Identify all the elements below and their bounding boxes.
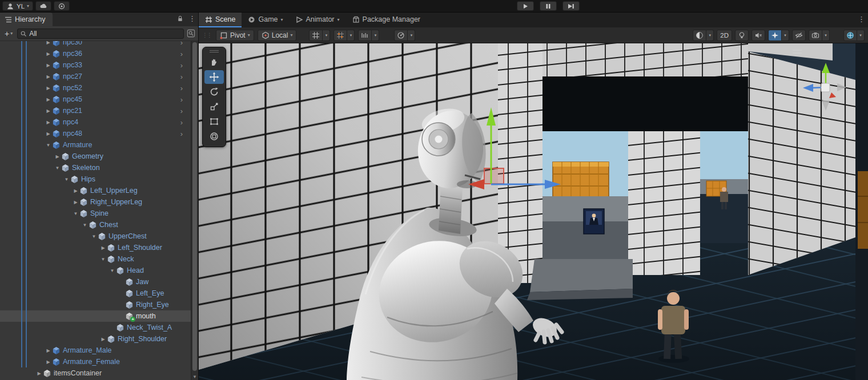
tool-transform[interactable] <box>204 130 224 143</box>
expand-arrow[interactable]: ▶ <box>45 131 52 136</box>
hierarchy-row-Hips[interactable]: ▼Hips <box>0 173 191 185</box>
hierarchy-row-Jaw[interactable]: Jaw <box>0 276 191 288</box>
hierarchy-row-Left_UpperLeg[interactable]: ▶Left_UpperLeg <box>0 185 191 196</box>
hierarchy-row-Left_Eye[interactable]: Left_Eye <box>0 288 191 299</box>
prefab-open-chevron[interactable]: › <box>180 95 183 104</box>
expand-arrow[interactable]: ▶ <box>45 359 52 365</box>
gizmo-center-cube[interactable] <box>821 83 830 92</box>
chevron-down-icon[interactable]: ▾ <box>782 30 789 41</box>
chevron-down-icon[interactable]: ▾ <box>822 30 830 41</box>
expand-arrow[interactable]: ▶ <box>35 371 43 376</box>
hierarchy-row-UpperChest[interactable]: ▼UpperChest <box>0 231 191 242</box>
2d-toggle-button[interactable]: 2D <box>717 30 732 41</box>
hierarchy-row-npc36[interactable]: ▶npc36› <box>0 48 191 59</box>
expand-arrow[interactable]: ▶ <box>45 41 52 45</box>
expand-arrow[interactable]: ▶ <box>54 154 61 159</box>
chevron-down-icon[interactable]: ▾ <box>347 30 355 41</box>
search-input[interactable] <box>29 30 181 38</box>
camera-settings-button[interactable] <box>809 30 822 41</box>
picture-frame[interactable] <box>584 209 604 234</box>
overlay-drag-handle[interactable] <box>203 48 226 54</box>
hierarchy-row-Spine[interactable]: ▼Spine <box>0 208 191 219</box>
expand-arrow[interactable]: ▶ <box>45 51 52 56</box>
expand-arrow[interactable]: ▶ <box>45 108 52 114</box>
expand-arrow[interactable]: ▶ <box>45 97 52 102</box>
expand-arrow[interactable]: ▶ <box>99 337 107 342</box>
gizmo-neg-y-cone[interactable] <box>822 100 830 111</box>
play-button[interactable] <box>517 1 534 11</box>
prefab-open-chevron[interactable]: › <box>180 118 183 127</box>
kebab-icon[interactable]: ⋮ <box>858 15 865 23</box>
prefab-open-chevron[interactable]: › <box>180 84 183 92</box>
pause-button[interactable] <box>540 1 557 11</box>
prefab-open-chevron[interactable]: › <box>180 72 183 81</box>
expand-arrow[interactable]: ▶ <box>45 348 52 353</box>
tool-rect[interactable] <box>204 115 224 128</box>
expand-arrow[interactable]: ▶ <box>99 245 107 250</box>
tool-move[interactable] <box>204 70 224 84</box>
hierarchy-row-npc30[interactable]: ▶npc30› <box>0 41 191 48</box>
scroll-down-arrow[interactable]: ▼ <box>191 374 198 379</box>
scrollbar-thumb[interactable] <box>192 42 197 371</box>
snap-increment-button[interactable] <box>333 30 347 41</box>
shading-mode-button[interactable] <box>693 30 706 41</box>
pivot-button[interactable]: Pivot ▾ <box>216 30 254 41</box>
cloud-button[interactable] <box>35 1 51 11</box>
expand-arrow[interactable]: ▶ <box>45 63 52 68</box>
hierarchy-row-Armature[interactable]: ▼Armature <box>0 139 191 151</box>
chevron-down-icon[interactable]: ▾ <box>281 17 283 22</box>
tool-scale[interactable] <box>204 100 224 114</box>
target-button[interactable] <box>54 1 70 11</box>
hierarchy-tree[interactable]: ▶npc30›▶npc36›▶npc33›▶npc27›▶npc52›▶npc4… <box>0 41 191 380</box>
gizmo-x-cone[interactable] <box>829 92 836 98</box>
kebab-icon[interactable]: ⋮ <box>188 14 196 23</box>
chevron-down-icon[interactable]: ▾ <box>706 30 714 41</box>
search-filter-icon[interactable] <box>187 29 195 38</box>
tab-package-manager[interactable]: Package Manager <box>346 13 427 27</box>
expand-arrow[interactable]: ▶ <box>72 200 79 205</box>
hierarchy-scrollbar[interactable]: ▼ <box>191 41 198 380</box>
hierarchy-search[interactable] <box>17 29 184 39</box>
tab-scene[interactable]: Scene <box>199 13 242 27</box>
gizmo-plane-handle[interactable] <box>484 168 504 184</box>
hierarchy-row-Right_Shoulder[interactable]: ▶Right_Shoulder <box>0 333 191 345</box>
hierarchy-row-npc27[interactable]: ▶npc27› <box>0 71 191 82</box>
expand-arrow[interactable]: ▶ <box>45 120 52 125</box>
gizmo-z-cone[interactable] <box>803 84 813 92</box>
hierarchy-row-npc21[interactable]: ▶npc21› <box>0 105 191 116</box>
expand-arrow[interactable]: ▶ <box>72 188 79 193</box>
hierarchy-row-npc4[interactable]: ▶npc4› <box>0 116 191 128</box>
prefab-open-chevron[interactable]: › <box>180 107 183 115</box>
hierarchy-row-Right_UpperLeg[interactable]: ▶Right_UpperLeg <box>0 196 191 208</box>
scene-visibility-button[interactable] <box>792 30 806 41</box>
tab-animator[interactable]: Animator ▾ <box>290 13 346 27</box>
hierarchy-row-mouth[interactable]: +mouth <box>0 310 191 322</box>
create-object-button[interactable]: + ▾ <box>3 29 14 38</box>
lock-icon[interactable] <box>176 15 184 22</box>
hierarchy-row-Armature_Female[interactable]: ▶Armature_Female <box>0 356 191 367</box>
expand-arrow[interactable]: ▼ <box>63 177 70 182</box>
hierarchy-row-Neck[interactable]: ▼Neck <box>0 253 191 265</box>
local-button[interactable]: Local ▾ <box>258 30 297 41</box>
expand-arrow[interactable]: ▼ <box>72 211 79 216</box>
hierarchy-row-npc48[interactable]: ▶npc48› <box>0 128 191 139</box>
audio-toggle-button[interactable] <box>752 30 765 41</box>
tab-game[interactable]: Game ▾ <box>242 13 289 27</box>
chevron-down-icon[interactable]: ▾ <box>323 30 330 41</box>
hierarchy-row-Right_Eye[interactable]: Right_Eye <box>0 299 191 310</box>
lighting-toggle-button[interactable] <box>735 30 749 41</box>
hierarchy-row-Skeleton[interactable]: ▼Skeleton <box>0 162 191 173</box>
drag-handle[interactable]: ⋮⋮ <box>202 32 211 38</box>
hierarchy-row-npc52[interactable]: ▶npc52› <box>0 82 191 94</box>
chevron-down-icon[interactable]: ▾ <box>857 30 865 41</box>
hierarchy-row-Armature_Male[interactable]: ▶Armature_Male <box>0 345 191 356</box>
chevron-down-icon[interactable]: ▾ <box>408 30 415 41</box>
grid-toggle-button[interactable] <box>309 30 323 41</box>
view-options-button[interactable] <box>843 30 857 41</box>
expand-arrow[interactable]: ▼ <box>54 165 61 171</box>
step-button[interactable] <box>562 1 580 11</box>
chevron-down-icon[interactable]: ▾ <box>372 30 379 41</box>
hierarchy-row-Neck_Twist_A[interactable]: Neck_Twist_A <box>0 322 191 333</box>
expand-arrow[interactable]: ▶ <box>45 74 52 79</box>
overlay-handle[interactable] <box>793 48 802 55</box>
